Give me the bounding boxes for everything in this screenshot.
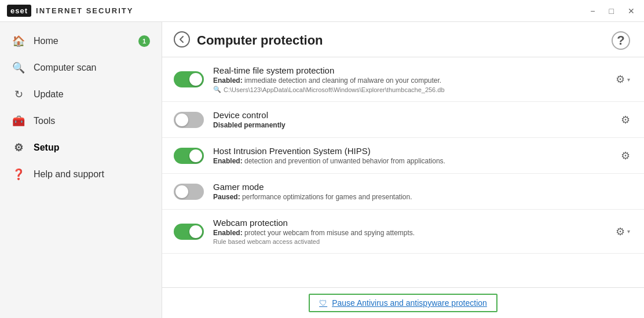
eset-logo-box: eset [7, 5, 31, 17]
computer-scan-icon: 🔍 [12, 61, 25, 74]
maximize-button[interactable]: □ [607, 5, 616, 17]
protection-name-device-control: Device control [213, 110, 609, 120]
protection-desc-bold-hips: Enabled: [213, 157, 243, 165]
protection-desc-text-hips: detection and prevention of unwanted beh… [244, 157, 445, 165]
titlebar-left: eset INTERNET SECURITY [7, 5, 133, 17]
help-icon: ❓ [12, 168, 25, 181]
titlebar-controls: − □ ✕ [588, 5, 637, 17]
gear-button-device-control[interactable]: ⚙ [619, 111, 632, 129]
gear-icon-hips: ⚙ [621, 149, 630, 162]
sidebar-label-computer-scan: Computer scan [34, 63, 150, 73]
sidebar-item-help-support[interactable]: ❓ Help and support [0, 161, 162, 188]
sidebar-item-home[interactable]: 🏠 Home 1 [0, 28, 162, 54]
protection-desc-bold-webcam: Enabled: [213, 229, 243, 237]
chevron-down-icon-webcam: ▾ [627, 228, 630, 235]
protection-desc-bold-gamer-mode: Paused: [213, 193, 240, 201]
eset-app-name: INTERNET SECURITY [36, 6, 133, 15]
update-icon: ↻ [12, 88, 25, 101]
protection-desc-bold-realtime: Enabled: [213, 76, 243, 85]
protection-desc-text-realtime: immediate detection and cleaning of malw… [244, 76, 441, 85]
toggle-device-control[interactable] [174, 112, 204, 128]
protection-desc-text-webcam: protect your webcam from misuse and spyi… [244, 229, 415, 237]
page-title: Computer protection [197, 33, 323, 48]
protection-desc-hips: Enabled: detection and prevention of unw… [213, 157, 609, 165]
eset-logo: eset INTERNET SECURITY [7, 5, 133, 17]
webcam-rule-text: Rule based webcam access activated [213, 238, 320, 245]
minimize-button[interactable]: − [588, 5, 597, 17]
gear-button-webcam[interactable]: ⚙ ▾ [613, 223, 632, 240]
home-icon: 🏠 [12, 35, 25, 47]
bottom-bar: 🛡 Pause Antivirus and antispyware protec… [162, 287, 644, 318]
setup-icon: ⚙ [12, 141, 25, 154]
titlebar: eset INTERNET SECURITY − □ ✕ [0, 0, 644, 22]
sidebar: 🏠 Home 1 🔍 Computer scan ↻ Update 🧰 Tool… [0, 22, 162, 318]
protection-item-gamer-mode: Gamer mode Paused: performance optimizat… [162, 174, 644, 210]
gear-icon-device-control: ⚙ [621, 114, 630, 126]
protection-item-webcam: Webcam protection Enabled: protect your … [162, 210, 644, 254]
toggle-realtime[interactable] [174, 71, 204, 87]
pause-link-label: Pause Antivirus and antispyware protecti… [332, 298, 487, 308]
content-area: Computer protection ? Real-time file sys… [162, 22, 644, 318]
protection-list: Real-time file system protection Enabled… [162, 57, 644, 287]
tools-icon: 🧰 [12, 115, 25, 127]
gear-button-hips[interactable]: ⚙ [619, 147, 632, 165]
toggle-gamer-mode[interactable] [174, 184, 204, 200]
protection-desc-webcam: Enabled: protect your webcam from misuse… [213, 229, 604, 237]
sidebar-label-tools: Tools [34, 116, 150, 126]
protection-path-realtime: 🔍 C:\Users\123\AppData\Local\Microsoft\W… [213, 86, 604, 93]
protection-name-webcam: Webcam protection [213, 218, 604, 228]
svg-point-0 [174, 32, 189, 47]
gear-button-realtime[interactable]: ⚙ ▾ [613, 71, 632, 88]
protection-item-hips: Host Intrusion Prevention System (HIPS) … [162, 138, 644, 174]
gear-icon-realtime: ⚙ [616, 73, 625, 86]
protection-desc-realtime: Enabled: immediate detection and cleanin… [213, 76, 604, 85]
shield-icon: 🛡 [319, 298, 327, 308]
sidebar-label-home: Home [34, 36, 130, 46]
protection-info-device-control: Device control Disabled permanently [213, 110, 609, 129]
protection-desc-bold-device-control: Disabled permanently [213, 121, 286, 129]
main-container: 🏠 Home 1 🔍 Computer scan ↻ Update 🧰 Tool… [0, 22, 644, 318]
gear-icon-webcam: ⚙ [616, 225, 625, 238]
protection-desc-gamer-mode: Paused: performance optimizations for ga… [213, 193, 632, 201]
sidebar-item-update[interactable]: ↻ Update [0, 81, 162, 108]
protection-info-webcam: Webcam protection Enabled: protect your … [213, 218, 604, 245]
pause-antivirus-link[interactable]: 🛡 Pause Antivirus and antispyware protec… [309, 294, 497, 312]
protection-info-hips: Host Intrusion Prevention System (HIPS) … [213, 146, 609, 165]
sidebar-label-setup: Setup [34, 142, 150, 153]
sidebar-item-tools[interactable]: 🧰 Tools [0, 108, 162, 134]
sidebar-item-setup[interactable]: ⚙ Setup [0, 134, 162, 161]
protection-name-hips: Host Intrusion Prevention System (HIPS) [213, 146, 609, 156]
protection-info-realtime: Real-time file system protection Enabled… [213, 65, 604, 93]
sidebar-label-help-support: Help and support [34, 169, 150, 180]
sidebar-item-computer-scan[interactable]: 🔍 Computer scan [0, 54, 162, 81]
close-button[interactable]: ✕ [625, 5, 637, 17]
protection-desc-device-control: Disabled permanently [213, 121, 609, 129]
back-button[interactable] [174, 31, 190, 50]
content-header-left: Computer protection [174, 31, 323, 50]
search-small-icon: 🔍 [213, 86, 221, 93]
protection-path-webcam: Rule based webcam access activated [213, 238, 604, 245]
protection-desc-text-gamer-mode: performance optimizations for games and … [242, 193, 412, 201]
sidebar-label-update: Update [34, 89, 150, 100]
toggle-webcam[interactable] [174, 224, 204, 240]
protection-name-realtime: Real-time file system protection [213, 65, 604, 75]
toggle-hips[interactable] [174, 148, 204, 164]
help-button[interactable]: ? [612, 31, 630, 50]
chevron-down-icon-realtime: ▾ [627, 76, 630, 83]
home-badge: 1 [138, 35, 150, 47]
protection-name-gamer-mode: Gamer mode [213, 182, 632, 192]
protection-info-gamer-mode: Gamer mode Paused: performance optimizat… [213, 182, 632, 201]
content-header: Computer protection ? [162, 22, 644, 57]
protection-item-device-control: Device control Disabled permanently ⚙ [162, 102, 644, 138]
protection-item-realtime: Real-time file system protection Enabled… [162, 57, 644, 102]
